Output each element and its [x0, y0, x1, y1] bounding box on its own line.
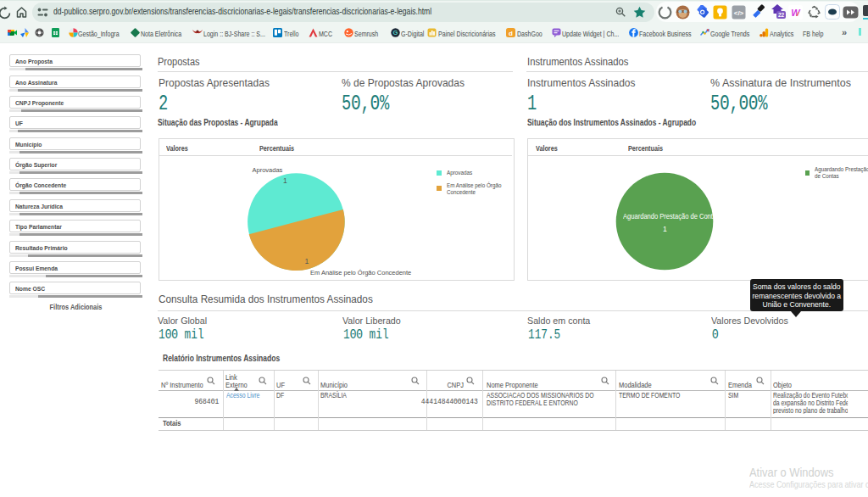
svg-text:G: G — [393, 29, 398, 36]
svg-text:</>: </> — [734, 9, 744, 17]
svg-text:22: 22 — [778, 12, 785, 18]
svg-text:d: d — [509, 30, 513, 37]
